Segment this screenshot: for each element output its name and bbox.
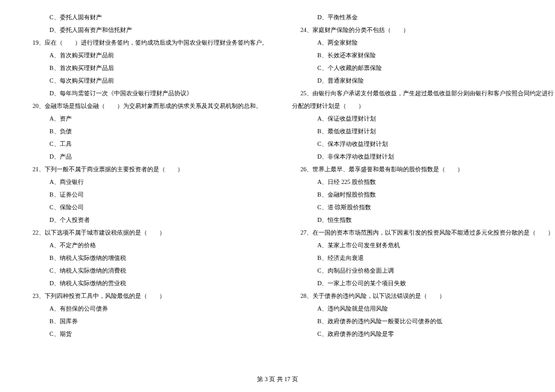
option-text: B、证券公司: [24, 188, 268, 201]
option-text: B、负债: [24, 125, 268, 138]
option-text: A、有担保的公司债券: [24, 302, 268, 315]
option-text: B、经济走向衰退: [292, 251, 554, 264]
option-text: D、恒生指数: [292, 213, 554, 226]
option-text: A、商业银行: [24, 175, 268, 188]
option-text: D、一家上市公司的某个项目失败: [292, 277, 554, 289]
option-text: D、产品: [24, 150, 268, 163]
option-text: A、某家上市公司发生财务危机: [292, 239, 554, 251]
option-text: B、金融时报股价指数: [292, 188, 554, 201]
option-text: D、平衡性基金: [292, 11, 554, 24]
option-text: C、每次购买理财产品前: [24, 74, 268, 87]
question-text: 分配的理财计划是（ ）: [292, 100, 554, 112]
option-text: C、工具: [24, 138, 268, 150]
option-text: A、两全家财险: [292, 36, 554, 49]
question-text: 22、以下选项不属于城市建设税依据的是（ ）: [24, 226, 268, 239]
option-text: B、国库券: [24, 315, 268, 327]
left-column: C、委托人固有财产D、委托人固有资产和信托财产19、应在（ ）进行理财业务签约，…: [24, 11, 268, 340]
option-text: B、首次购买理财产品后: [24, 62, 268, 74]
page-content: C、委托人固有财产D、委托人固有资产和信托财产19、应在（ ）进行理财业务签约，…: [0, 0, 555, 340]
option-text: D、非保本浮动收益理财计划: [292, 150, 554, 163]
question-text: 25、由银行向客户承诺支付最低收益，产生超过最低收益部分则由银行和客户按照合同约…: [292, 87, 554, 100]
question-text: 21、下列一般不属于商业票据的主要投资者的是（ ）: [24, 163, 268, 175]
option-text: A、保证收益理财计划: [292, 112, 554, 125]
question-text: 23、下列四种投资工具中，风险最低的是（ ）: [24, 289, 268, 302]
option-text: C、委托人固有财产: [24, 11, 268, 24]
option-text: B、长效还本家财保险: [292, 49, 554, 62]
option-text: B、最低收益理财计划: [292, 125, 554, 138]
option-text: A、日经 225 股价指数: [292, 175, 554, 188]
question-text: 20、金融市场是指以金融（ ）为交易对象而形成的供求关系及其交易机制的总和。: [24, 100, 268, 112]
option-text: D、委托人固有资产和信托财产: [24, 24, 268, 36]
option-text: D、纳税人实际缴纳的营业税: [24, 277, 268, 289]
option-text: A、违约风险就是信用风险: [292, 302, 554, 315]
option-text: D、普通家财保险: [292, 74, 554, 87]
option-text: C、纳税人实际缴纳的消费税: [24, 264, 268, 277]
option-text: A、首次购买理财产品前: [24, 49, 268, 62]
option-text: C、保本浮动收益理财计划: [292, 138, 554, 150]
page-footer: 第 3 页 共 17 页: [0, 375, 555, 384]
option-text: C、道·琼斯股价指数: [292, 201, 554, 213]
option-text: A、不定产的价格: [24, 239, 268, 251]
option-text: C、个人收藏的邮票保险: [292, 62, 554, 74]
option-text: C、肉制品行业价格全面上调: [292, 264, 554, 277]
option-text: A、资产: [24, 112, 268, 125]
right-column: D、平衡性基金24、家庭财产保险的分类不包括（ ）A、两全家财险B、长效还本家财…: [292, 11, 554, 340]
option-text: D、每年均需签订一次《中国农业银行理财产品协议》: [24, 87, 268, 100]
option-text: C、保险公司: [24, 201, 268, 213]
option-text: C、期货: [24, 327, 268, 340]
option-text: B、政府债券的违约风险一般要比公司债券的低: [292, 315, 554, 327]
question-text: 28、关于债券的违约风险，以下说法错误的是（ ）: [292, 289, 554, 302]
question-text: 27、在一国的资本市场范围内，以下因素引发的投资风险不能通过多元化投资分散的是（…: [292, 226, 554, 239]
option-text: C、政府债券的违约风险是零: [292, 327, 554, 340]
question-text: 24、家庭财产保险的分类不包括（ ）: [292, 24, 554, 36]
question-text: 26、世界上最早、最享盛誉和最有影响的股价指数是（ ）: [292, 163, 554, 175]
option-text: B、纳税人实际缴纳的增值税: [24, 251, 268, 264]
option-text: D、个人投资者: [24, 213, 268, 226]
question-text: 19、应在（ ）进行理财业务签约，签约成功后成为中国农业银行理财业务签约客户。: [24, 36, 268, 49]
